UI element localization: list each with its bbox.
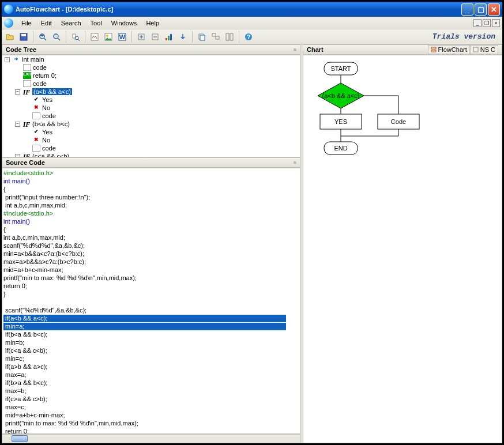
windows-icon[interactable] xyxy=(210,31,221,43)
svg-rect-22 xyxy=(168,36,170,40)
svg-rect-25 xyxy=(200,35,205,40)
tree-node-main[interactable]: −➜int main xyxy=(2,55,300,63)
svg-rect-26 xyxy=(212,33,216,36)
svg-text:YES: YES xyxy=(334,118,347,125)
horizontal-scrollbar[interactable] xyxy=(2,434,300,443)
tree-node-no[interactable]: No xyxy=(2,104,300,112)
trials-label: Trials version xyxy=(432,32,500,41)
svg-rect-27 xyxy=(216,36,219,39)
svg-point-13 xyxy=(106,35,108,37)
svg-rect-1 xyxy=(21,34,26,36)
maximize-button[interactable]: ▢ xyxy=(475,3,487,16)
svg-rect-32 xyxy=(431,47,436,49)
tree-node-yes[interactable]: Yes xyxy=(2,96,300,104)
menu-help[interactable]: Help xyxy=(141,18,164,28)
svg-text:+: + xyxy=(40,32,44,39)
chart-icon[interactable] xyxy=(163,31,175,43)
minimize-button[interactable]: _ xyxy=(461,3,473,16)
export-svg-icon[interactable] xyxy=(89,31,100,43)
zoom-in-icon[interactable]: + xyxy=(37,31,48,43)
copy-icon[interactable] xyxy=(196,31,208,43)
titlebar: AutoFlowchart - [D:\desktop\c.c] _ ▢ ✕ xyxy=(2,2,502,17)
svg-rect-11 xyxy=(91,33,98,40)
help-icon[interactable]: ? xyxy=(243,31,254,43)
svg-line-3 xyxy=(44,38,46,40)
tree-node-code[interactable]: code xyxy=(2,80,300,88)
tree-node-if1[interactable]: −IF(a<b && a<c) xyxy=(2,88,300,96)
menu-file[interactable]: File xyxy=(17,18,36,28)
tree-node-code[interactable]: code xyxy=(2,144,300,152)
save-icon[interactable] xyxy=(18,31,29,43)
tree-node-code[interactable]: code xyxy=(2,63,300,71)
tree-node-code[interactable]: code xyxy=(2,112,300,120)
collapse-icon[interactable]: ≈ xyxy=(294,47,296,52)
tree-node-if2[interactable]: −IF(b<a && b<c) xyxy=(2,120,300,128)
chart-header: Chart FlowChart NS C xyxy=(303,44,502,55)
svg-rect-29 xyxy=(230,33,233,40)
collapse-icon[interactable]: ≈ xyxy=(294,160,296,165)
sourcecode-header: Source Code≈ xyxy=(2,157,300,168)
close-button[interactable]: ✕ xyxy=(488,3,500,16)
doc-restore-button[interactable]: ❐ xyxy=(483,19,491,27)
source-code-view[interactable]: #include<stdio.h> int main() { printf("i… xyxy=(2,168,300,434)
svg-rect-33 xyxy=(431,50,436,52)
zoom-out-icon[interactable]: - xyxy=(51,31,62,43)
svg-line-10 xyxy=(78,39,80,41)
app-icon xyxy=(4,18,13,28)
codetree-header: Code Tree≈ xyxy=(2,44,300,55)
toolbar: + - W ? Trials version xyxy=(2,29,502,44)
tree-node-yes[interactable]: Yes xyxy=(2,128,300,136)
code-tree[interactable]: −➜int main code EXITreturn 0; code −IF(a… xyxy=(2,55,300,157)
tree-node-if3[interactable]: −IF(c<a && c<b) xyxy=(2,152,300,157)
tab-flowchart[interactable]: FlowChart xyxy=(428,45,470,54)
tree-node-no[interactable]: No xyxy=(2,136,300,144)
svg-rect-23 xyxy=(170,34,172,40)
down-icon[interactable] xyxy=(177,31,189,43)
flowchart-canvas[interactable]: START (a<b && a<c) YES Code xyxy=(303,55,502,443)
menubar: File Edit Search Tool Windows Help _ ❐ × xyxy=(2,17,502,29)
collapse-icon[interactable] xyxy=(149,31,161,43)
expand-icon[interactable] xyxy=(136,31,147,43)
export-word-icon[interactable]: W xyxy=(116,31,128,43)
export-bmp-icon[interactable] xyxy=(103,31,114,43)
open-icon[interactable] xyxy=(4,31,16,43)
svg-text:-: - xyxy=(55,32,57,39)
svg-rect-28 xyxy=(226,33,229,40)
menu-windows[interactable]: Windows xyxy=(107,18,142,28)
tab-nsc[interactable]: NS C xyxy=(470,45,498,54)
tree-node-return[interactable]: EXITreturn 0; xyxy=(2,71,300,80)
doc-close-button[interactable]: × xyxy=(492,19,500,27)
svg-line-6 xyxy=(58,38,60,40)
svg-text:W: W xyxy=(119,33,126,40)
svg-text:START: START xyxy=(330,65,351,72)
menu-tool[interactable]: Tool xyxy=(86,18,107,28)
svg-rect-34 xyxy=(473,47,478,52)
svg-text:END: END xyxy=(334,145,347,152)
svg-text:?: ? xyxy=(247,33,251,40)
menu-edit[interactable]: Edit xyxy=(36,18,57,28)
svg-text:(a<b && a<c): (a<b && a<c) xyxy=(322,92,360,99)
svg-text:Code: Code xyxy=(391,118,406,125)
app-icon xyxy=(4,5,13,14)
window-title: AutoFlowchart - [D:\desktop\c.c] xyxy=(16,6,461,13)
doc-minimize-button[interactable]: _ xyxy=(473,19,482,27)
find-icon[interactable] xyxy=(70,31,81,43)
svg-rect-21 xyxy=(166,38,167,40)
menu-search[interactable]: Search xyxy=(57,18,86,28)
tile-icon[interactable] xyxy=(224,31,235,43)
